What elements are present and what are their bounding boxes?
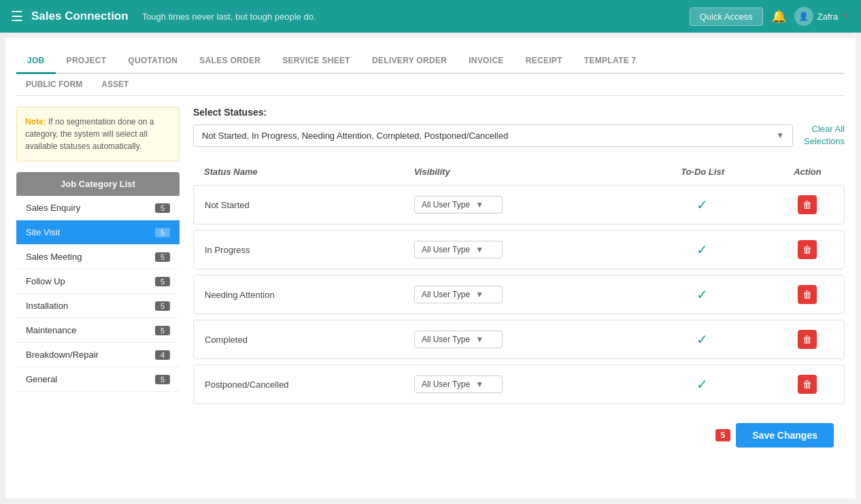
vis-chevron-icon: ▼ [475, 290, 484, 299]
category-badge: 5 [155, 375, 170, 384]
delete-button-in-progress[interactable]: 🗑 [798, 240, 817, 259]
category-badge: 4 [155, 350, 170, 360]
action-delete-in-progress: 🗑 [781, 240, 833, 259]
visibility-select-completed: All User Type ▼ [414, 331, 624, 348]
action-delete-postponed: 🗑 [781, 375, 833, 394]
tab-delivery-order[interactable]: DELIVERY ORDER [361, 49, 458, 74]
category-item-site-visit[interactable]: Site Visit 5 [16, 220, 180, 245]
category-item-general[interactable]: General 5 [16, 367, 180, 392]
category-label: Site Visit [26, 227, 60, 237]
select-statuses-label: Select Statuses: [193, 107, 845, 118]
clear-selections-button[interactable]: Clear AllSelections [804, 123, 845, 148]
visibility-select-not-started: All User Type ▼ [414, 196, 624, 214]
th-todo: To-Do List [624, 167, 781, 177]
category-label: Installation [26, 301, 68, 311]
body-content: Note: If no segmentation done on a categ… [16, 107, 845, 456]
category-item-sales-meeting[interactable]: Sales Meeting 5 [16, 245, 180, 269]
visibility-dropdown-in-progress[interactable]: All User Type ▼ [414, 241, 503, 258]
status-row-needing-attention: Needing Attention All User Type ▼ ✓ 🗑 [193, 275, 845, 314]
left-panel: Note: If no segmentation done on a categ… [16, 107, 180, 456]
tab-public-form[interactable]: PUBLIC FORM [16, 74, 92, 96]
vis-chevron-icon: ▼ [475, 380, 484, 389]
todo-check-not-started: ✓ [624, 197, 781, 213]
category-item-breakdown-repair[interactable]: Breakdown/Repair 4 [16, 343, 180, 367]
tab-service-sheet[interactable]: SERVICE SHEET [271, 49, 361, 74]
todo-check-completed: ✓ [624, 331, 781, 348]
tab-invoice[interactable]: INVOICE [458, 49, 514, 74]
status-row-in-progress: In Progress All User Type ▼ ✓ 🗑 [193, 230, 845, 269]
visibility-dropdown-needing-attention[interactable]: All User Type ▼ [414, 286, 503, 303]
delete-button-needing-attention[interactable]: 🗑 [798, 285, 817, 304]
statuses-dropdown-row: Not Started, In Progress, Needing Attent… [193, 123, 845, 148]
user-name: Zafra [817, 12, 838, 22]
action-delete-needing-attention: 🗑 [781, 285, 833, 304]
user-chevron-icon: ▼ [842, 12, 850, 21]
brand-name: Sales Connection [31, 10, 129, 23]
status-name-in-progress: In Progress [205, 245, 414, 255]
category-label: Maintenance [26, 325, 76, 335]
visibility-select-needing-attention: All User Type ▼ [414, 286, 624, 303]
status-name-needing-attention: Needing Attention [205, 290, 414, 300]
user-avatar: 👤 [794, 7, 813, 26]
tabs-row1: JOB PROJECT QUOTATION SALES ORDER SERVIC… [16, 49, 845, 74]
statuses-dropdown[interactable]: Not Started, In Progress, Needing Attent… [193, 124, 793, 147]
visibility-select-postponed: All User Type ▼ [414, 375, 624, 393]
save-changes-button[interactable]: Save Changes [736, 423, 834, 448]
category-label: Sales Meeting [26, 252, 82, 262]
note-label: Note: [25, 117, 46, 127]
category-item-sales-enquiry[interactable]: Sales Enquiry 5 [16, 196, 180, 220]
tab-sales-order[interactable]: SALES ORDER [188, 49, 271, 74]
content-area: JOB PROJECT QUOTATION SALES ORDER SERVIC… [5, 38, 856, 499]
save-badge: 5 [715, 429, 731, 441]
visibility-dropdown-postponed[interactable]: All User Type ▼ [414, 375, 503, 393]
action-delete-completed: 🗑 [781, 330, 833, 349]
tab-job[interactable]: JOB [16, 49, 56, 74]
todo-check-needing-attention: ✓ [624, 286, 781, 303]
vis-chevron-icon: ▼ [475, 245, 484, 254]
quick-access-button[interactable]: Quick Access [690, 7, 763, 26]
visibility-select-in-progress: All User Type ▼ [414, 241, 624, 258]
tab-receipt[interactable]: RECEIPT [515, 49, 573, 74]
category-item-follow-up[interactable]: Follow Up 5 [16, 269, 180, 294]
header-tagline: Tough times never last, but tough people… [142, 12, 690, 22]
category-badge: 5 [155, 228, 170, 237]
category-badge: 5 [155, 203, 170, 213]
category-item-installation[interactable]: Installation 5 [16, 294, 180, 318]
tab-asset[interactable]: ASSET [92, 74, 138, 96]
category-badge: 5 [155, 277, 170, 286]
bell-icon[interactable]: 🔔 [771, 9, 786, 24]
statuses-dropdown-value: Not Started, In Progress, Needing Attent… [202, 131, 508, 141]
tab-project[interactable]: PROJECT [56, 49, 118, 74]
note-box: Note: If no segmentation done on a categ… [16, 107, 180, 161]
header: ☰ Sales Connection Tough times never las… [0, 0, 861, 33]
th-visibility: Visibility [414, 167, 624, 177]
status-name-completed: Completed [205, 335, 414, 345]
category-label: General [26, 374, 57, 384]
category-label: Follow Up [26, 276, 65, 286]
delete-button-not-started[interactable]: 🗑 [798, 195, 817, 214]
delete-button-completed[interactable]: 🗑 [798, 330, 817, 349]
status-table: Status Name Visibility To-Do List Action… [193, 161, 845, 404]
visibility-dropdown-not-started[interactable]: All User Type ▼ [414, 196, 503, 214]
category-badge: 5 [155, 301, 170, 311]
footer-bar: 5 Save Changes [193, 415, 845, 456]
status-row-postponed: Postponed/Cancelled All User Type ▼ ✓ 🗑 [193, 365, 845, 404]
category-list-header: Job Category List [16, 172, 180, 196]
visibility-dropdown-completed[interactable]: All User Type ▼ [414, 331, 503, 348]
job-category-list: Job Category List Sales Enquiry 5 Site V… [16, 172, 180, 392]
todo-check-postponed: ✓ [624, 376, 781, 392]
status-row-completed: Completed All User Type ▼ ✓ 🗑 [193, 320, 845, 359]
category-item-maintenance[interactable]: Maintenance 5 [16, 318, 180, 343]
tab-quotation[interactable]: QUOTATION [117, 49, 188, 74]
menu-icon[interactable]: ☰ [11, 8, 23, 24]
tab-template7[interactable]: TEMPLATE 7 [573, 49, 647, 74]
main-wrapper: JOB PROJECT QUOTATION SALES ORDER SERVIC… [0, 33, 861, 504]
dropdown-chevron-icon: ▼ [776, 131, 784, 140]
user-menu[interactable]: 👤 Zafra ▼ [794, 7, 850, 26]
right-panel: Select Statuses: Not Started, In Progres… [193, 107, 845, 456]
delete-button-postponed[interactable]: 🗑 [798, 375, 817, 394]
todo-check-in-progress: ✓ [624, 241, 781, 258]
th-action: Action [781, 167, 834, 177]
category-badge: 5 [155, 252, 170, 262]
category-badge: 5 [155, 326, 170, 335]
